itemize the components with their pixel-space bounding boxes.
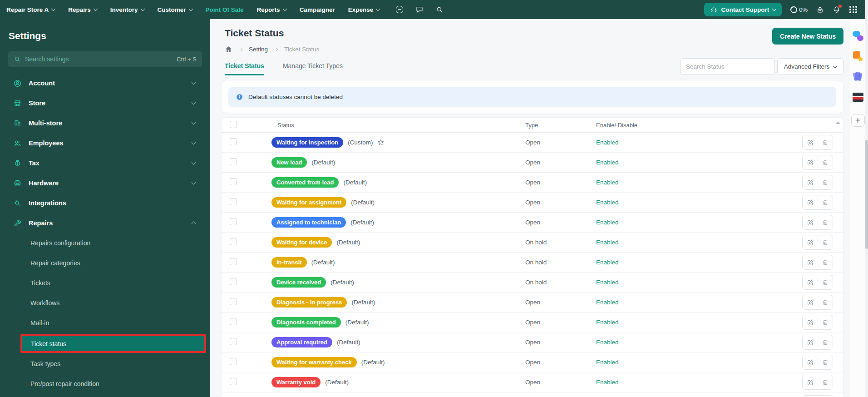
edit-button[interactable] — [803, 355, 818, 369]
sidebar-subitem[interactable]: Tickets — [0, 273, 210, 293]
sidebar-item[interactable]: Integrations — [0, 193, 210, 213]
row-checkbox[interactable] — [230, 298, 237, 305]
nav-menu-item[interactable]: Expense — [348, 6, 380, 13]
nav-menu-item[interactable]: Reports — [257, 6, 286, 13]
delete-button[interactable] — [818, 235, 833, 249]
enabled-toggle-link[interactable]: Enabled — [596, 219, 619, 226]
edit-button[interactable] — [803, 235, 818, 249]
edit-button[interactable] — [803, 135, 818, 149]
sidebar-subitem[interactable]: Workflows — [0, 293, 210, 313]
edit-button[interactable] — [803, 195, 818, 209]
chat-bubbles-extension-icon[interactable] — [852, 30, 864, 42]
delete-button[interactable] — [818, 295, 833, 309]
enabled-toggle-link[interactable]: Enabled — [596, 159, 619, 166]
sidebar-subitem[interactable]: Mail-in — [0, 313, 210, 333]
row-checkbox[interactable] — [230, 198, 237, 205]
search-settings-input[interactable] — [25, 55, 173, 63]
sidebar-item[interactable]: Multi-store — [0, 113, 210, 133]
advanced-filters-dropdown[interactable]: Advanced Filters — [777, 58, 843, 75]
enabled-toggle-link[interactable]: Enabled — [596, 339, 619, 346]
row-checkbox[interactable] — [230, 238, 237, 245]
enabled-toggle-link[interactable]: Enabled — [596, 379, 619, 386]
sidebar-item[interactable]: Hardware — [0, 173, 210, 193]
reading-list-extension-icon[interactable] — [853, 93, 863, 102]
row-checkbox[interactable] — [230, 258, 237, 265]
search-status-input[interactable] — [680, 58, 775, 75]
enabled-toggle-link[interactable]: Enabled — [596, 179, 619, 186]
delete-button[interactable] — [818, 335, 833, 349]
nav-menu-item[interactable]: Point Of Sale — [206, 6, 244, 13]
edit-button[interactable] — [803, 335, 818, 349]
home-icon[interactable] — [225, 45, 232, 53]
delete-button[interactable] — [818, 275, 833, 289]
enabled-toggle-link[interactable]: Enabled — [596, 319, 619, 326]
sidebar-item[interactable]: Repairs — [0, 213, 210, 233]
row-checkbox[interactable] — [230, 278, 237, 285]
enabled-toggle-link[interactable]: Enabled — [596, 139, 619, 146]
enabled-toggle-link[interactable]: Enabled — [596, 279, 619, 286]
delete-button[interactable] — [818, 135, 833, 149]
row-checkbox[interactable] — [230, 358, 237, 365]
sidebar-subitem[interactable]: Pre/post repair condition — [0, 374, 210, 394]
edit-button[interactable] — [803, 275, 818, 289]
delete-button[interactable] — [818, 155, 833, 169]
edit-button[interactable] — [803, 375, 818, 389]
sidebar-item[interactable]: Account — [0, 73, 210, 93]
row-checkbox[interactable] — [230, 378, 237, 385]
row-checkbox[interactable] — [230, 178, 237, 185]
delete-button[interactable] — [818, 375, 833, 389]
enabled-toggle-link[interactable]: Enabled — [596, 239, 619, 246]
search-icon[interactable] — [435, 5, 444, 14]
edit-button[interactable] — [803, 175, 818, 189]
select-all-checkbox[interactable] — [230, 121, 237, 128]
nav-menu-item[interactable]: Repair Store A — [6, 6, 55, 13]
edit-button[interactable] — [803, 255, 818, 269]
scrollbar-thumb[interactable] — [865, 140, 868, 249]
nav-menu-item[interactable]: Customer — [158, 6, 192, 13]
edit-button[interactable] — [803, 155, 818, 169]
delete-button[interactable] — [818, 255, 833, 269]
sidebar-search[interactable]: Ctrl + S — [8, 51, 202, 67]
breadcrumb-setting-link[interactable]: Setting — [249, 46, 268, 53]
sidebar-item[interactable]: Store — [0, 93, 210, 113]
cards-extension-icon[interactable] — [852, 71, 864, 83]
nav-menu-item[interactable]: Repairs — [68, 6, 97, 13]
edit-button[interactable] — [803, 295, 818, 309]
sidebar-subitem[interactable]: Repair categories — [0, 253, 210, 273]
row-checkbox[interactable] — [230, 338, 237, 345]
delete-button[interactable] — [818, 355, 833, 369]
shapes-extension-icon[interactable] — [852, 50, 864, 62]
enabled-toggle-link[interactable]: Enabled — [596, 299, 619, 306]
star-icon[interactable] — [376, 138, 385, 147]
row-checkbox[interactable] — [230, 218, 237, 225]
sidebar-subitem[interactable]: Task types — [0, 354, 210, 374]
sidebar-subitem[interactable]: Ticket status — [20, 334, 206, 353]
table-scroll-up-arrow[interactable] — [836, 121, 840, 124]
notifications-bell[interactable] — [833, 5, 841, 14]
sidebar-item[interactable]: Employees — [0, 133, 210, 153]
create-new-status-button[interactable]: Create New Status — [772, 28, 843, 45]
progress-ring[interactable]: 0% — [790, 6, 808, 13]
sidebar-subitem[interactable]: Repairs configuration — [0, 233, 210, 253]
delete-button[interactable] — [818, 315, 833, 329]
nav-menu-item[interactable]: Inventory — [110, 6, 144, 13]
tab[interactable]: Ticket Status — [225, 62, 264, 75]
edit-button[interactable] — [803, 315, 818, 329]
tab[interactable]: Manage Ticket Types — [283, 62, 343, 75]
delete-button[interactable] — [818, 175, 833, 189]
enabled-toggle-link[interactable]: Enabled — [596, 259, 619, 266]
add-extension-button[interactable]: + — [851, 114, 865, 127]
enabled-toggle-link[interactable]: Enabled — [596, 199, 619, 206]
enabled-toggle-link[interactable]: Enabled — [596, 359, 619, 366]
lock-icon[interactable] — [816, 6, 824, 14]
sidebar-item[interactable]: Tax — [0, 153, 210, 173]
row-checkbox[interactable] — [230, 318, 237, 325]
row-checkbox[interactable] — [230, 158, 237, 165]
contact-support-button[interactable]: Contact Support — [704, 3, 782, 16]
scan-icon[interactable] — [395, 5, 404, 14]
delete-button[interactable] — [818, 195, 833, 209]
nav-menu-item[interactable]: Campaigner — [300, 6, 335, 13]
edit-button[interactable] — [803, 215, 818, 229]
delete-button[interactable] — [818, 215, 833, 229]
row-checkbox[interactable] — [230, 138, 237, 145]
